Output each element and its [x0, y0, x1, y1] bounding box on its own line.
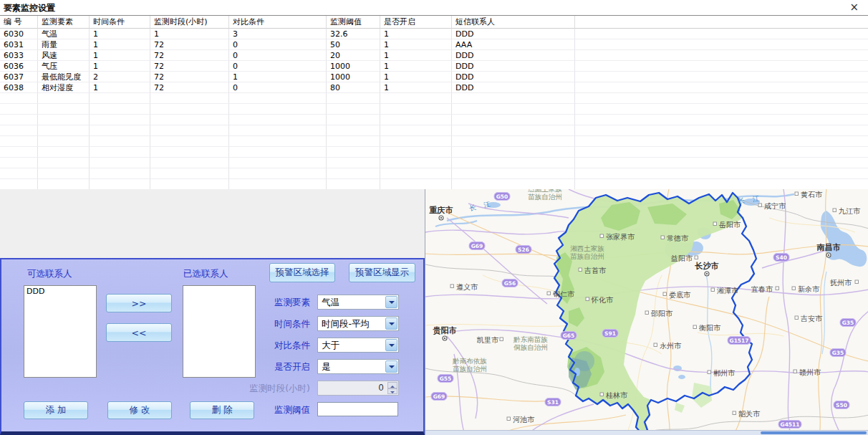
delete-button[interactable]: 删 除	[190, 401, 254, 419]
table-cell	[327, 125, 380, 136]
road-badge-label: G35	[832, 350, 844, 356]
table-cell: 1000	[327, 72, 380, 82]
table-cell: 6038	[0, 82, 38, 93]
table-cell	[380, 104, 452, 115]
table-header-cell: 是否开启	[380, 16, 452, 29]
table-cell	[150, 158, 229, 168]
move-left-button[interactable]: <<	[106, 323, 172, 342]
time-condition-combobox[interactable]: 时间段-平均	[317, 316, 399, 331]
city-marker-icon	[600, 393, 604, 396]
table-cell	[380, 115, 452, 125]
element-value: 气温	[322, 297, 339, 307]
table-row[interactable]: 6037最低能见度272110001DDD	[0, 72, 868, 82]
table-row[interactable]: 6036气压172010001DDD	[0, 61, 868, 72]
modify-button[interactable]: 修 改	[107, 401, 172, 419]
panel-background-gap	[0, 189, 425, 258]
threshold-input[interactable]	[317, 402, 398, 416]
table-row[interactable]: 6033风速1720201DDD	[0, 50, 868, 61]
table-empty-row	[0, 179, 868, 190]
warn-area-show-button[interactable]: 预警区域显示	[349, 263, 415, 282]
table-cell: 6033	[0, 50, 38, 61]
map-scrollbar-track[interactable]	[425, 430, 868, 435]
chevron-down-icon[interactable]	[385, 339, 397, 351]
table-cell: DDD	[452, 29, 575, 39]
table-cell-filler	[575, 179, 868, 190]
table-cell: 0	[229, 39, 327, 50]
spin-down-icon[interactable]	[387, 388, 397, 395]
element-combobox[interactable]: 气温	[317, 295, 399, 310]
table-cell	[0, 168, 38, 179]
table-cell	[452, 115, 575, 125]
table-cell	[38, 93, 90, 104]
table-cell	[229, 125, 327, 136]
table-cell: 1	[150, 29, 229, 39]
city-label: 韶关市	[738, 410, 761, 418]
settings-panel: 可选联系人 DDD 已选联系人 >> << 预警区域选择 预警区域显示 监测要素…	[0, 258, 425, 435]
road-badge-label: G65	[563, 333, 575, 339]
table-cell-filler	[575, 125, 868, 136]
table-cell: 32.6	[327, 29, 380, 39]
compare-condition-combobox[interactable]: 大于	[317, 338, 399, 353]
table-cell	[327, 147, 380, 158]
chevron-down-icon[interactable]	[385, 360, 397, 373]
capital-marker-dot	[444, 338, 445, 339]
table-cell	[150, 104, 229, 115]
close-icon[interactable]: ×	[849, 1, 859, 14]
table-cell: 6037	[0, 72, 38, 82]
table-header-cell: 监测阈值	[327, 16, 380, 29]
road-badge-label: S91	[604, 330, 616, 337]
contact-list-item[interactable]: DDD	[24, 286, 96, 297]
city-marker-icon	[795, 316, 799, 320]
table-row[interactable]: 6031雨量1720501AAA	[0, 39, 868, 50]
table-cell: 1	[380, 82, 452, 93]
table-row[interactable]: 6038相对湿度1720801DDD	[0, 82, 868, 93]
table-cell	[0, 115, 38, 125]
capital-city-label: 长沙市	[695, 262, 719, 271]
road-badge-label: G69	[471, 243, 483, 249]
available-contacts-listbox[interactable]: DDD	[24, 285, 97, 378]
table-cell	[229, 115, 327, 125]
table-cell	[90, 93, 150, 104]
add-button[interactable]: 添 加	[24, 401, 88, 419]
chevron-down-icon[interactable]	[385, 317, 397, 330]
table-cell	[90, 179, 150, 190]
road-badge-label: S50	[836, 402, 847, 408]
enabled-combobox[interactable]: 是	[317, 359, 399, 374]
capital-marker-dot	[706, 273, 708, 274]
city-marker-icon	[794, 370, 797, 373]
move-right-button[interactable]: >>	[106, 294, 172, 312]
table-cell: 0	[229, 50, 327, 61]
city-label: 怀化市	[591, 296, 614, 304]
period-label: 监测时段(小时)	[224, 383, 310, 395]
map-scrollbar-thumb[interactable]	[761, 431, 867, 434]
table-cell	[327, 104, 380, 115]
table-cell	[229, 104, 327, 115]
time-condition-value: 时间段-平均	[322, 318, 370, 329]
table-cell: 20	[327, 50, 380, 61]
period-value: 0	[378, 383, 384, 393]
period-spinner[interactable]: 0	[317, 381, 399, 396]
district-label: 黔南布依族苗族自治州	[452, 357, 487, 373]
chevron-down-icon[interactable]	[385, 296, 397, 308]
available-contacts-label: 可选联系人	[27, 268, 72, 280]
table-row[interactable]: 6030气温11332.61DDD	[0, 29, 868, 39]
table-cell: 1000	[327, 61, 380, 72]
table-cell-filler	[575, 29, 868, 39]
titlebar: 要素监控设置 ×	[0, 0, 868, 15]
table-cell: 3	[229, 29, 327, 39]
capital-marker-dot	[828, 254, 829, 256]
warning-region-map[interactable]: G50G69S26G56G55G69S31G65S91S40G1517G35G3…	[425, 189, 868, 435]
table-header-cell: 监测要素	[38, 16, 90, 29]
compare-condition-value: 大于	[322, 340, 339, 350]
table-cell	[38, 168, 90, 179]
spin-up-icon[interactable]	[387, 382, 397, 388]
table-cell	[380, 179, 452, 190]
table-empty-row	[0, 125, 868, 136]
table-cell	[90, 125, 150, 136]
table-cell	[150, 179, 229, 190]
table-empty-row	[0, 136, 868, 147]
table-cell	[90, 158, 150, 168]
road-badge-label: G69	[433, 393, 445, 400]
warn-area-select-button[interactable]: 预警区域选择	[269, 263, 335, 282]
table-cell	[229, 179, 327, 190]
